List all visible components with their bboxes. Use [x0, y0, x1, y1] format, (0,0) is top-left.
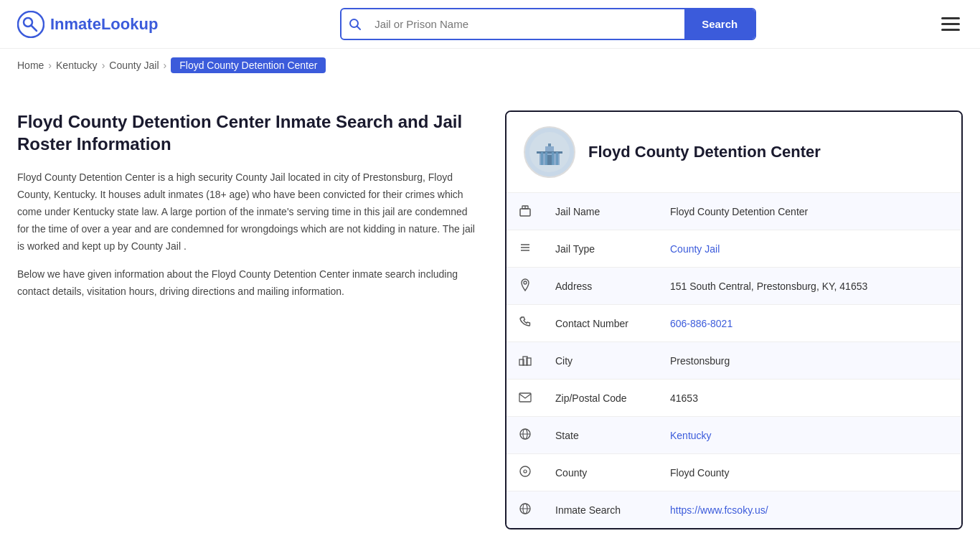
- logo-text: InmateLookup: [50, 15, 158, 34]
- left-column: Floyd County Detention Center Inmate Sea…: [17, 110, 476, 529]
- globe-icon: [507, 417, 544, 454]
- svg-line-4: [357, 26, 361, 29]
- svg-point-29: [520, 466, 530, 476]
- value-inmate-search[interactable]: https://www.fcsoky.us/: [659, 491, 961, 529]
- county-icon: [507, 454, 544, 491]
- label-jail-name: Jail Name: [544, 193, 659, 230]
- label-county: County: [544, 454, 659, 491]
- table-row: City Prestonsburg: [507, 342, 961, 380]
- breadcrumb-sep-3: ›: [164, 60, 167, 71]
- page-desc-1: Floyd County Detention Center is a high …: [17, 169, 476, 255]
- label-inmate-search: Inmate Search: [544, 491, 659, 529]
- logo-icon: [17, 11, 44, 38]
- value-zip: 41653: [659, 380, 961, 417]
- breadcrumb-home[interactable]: Home: [17, 60, 44, 71]
- breadcrumb: Home › Kentucky › County Jail › Floyd Co…: [0, 49, 980, 82]
- page-desc-2: Below we have given information about th…: [17, 266, 476, 301]
- breadcrumb-county-jail[interactable]: County Jail: [109, 60, 159, 71]
- svg-rect-7: [545, 146, 554, 152]
- table-row: Address 151 South Central, Prestonsburg,…: [507, 268, 961, 305]
- label-jail-type: Jail Type: [544, 230, 659, 268]
- value-county: Floyd County: [659, 454, 961, 491]
- jail-type-link[interactable]: County Jail: [670, 243, 720, 255]
- inmate-search-icon: [507, 491, 544, 529]
- label-address: Address: [544, 268, 659, 305]
- city-icon: [507, 342, 544, 380]
- list-icon: [507, 230, 544, 268]
- table-row: Zip/Postal Code 41653: [507, 380, 961, 417]
- contact-link[interactable]: 606-886-8021: [670, 318, 732, 329]
- table-row: Contact Number 606-886-8021: [507, 305, 961, 342]
- label-state: State: [544, 417, 659, 454]
- logo[interactable]: InmateLookup: [17, 11, 158, 38]
- value-contact[interactable]: 606-886-8021: [659, 305, 961, 342]
- svg-rect-10: [547, 155, 552, 165]
- value-jail-type[interactable]: County Jail: [659, 230, 961, 268]
- value-state[interactable]: Kentucky: [659, 417, 961, 454]
- svg-rect-11: [541, 152, 543, 165]
- svg-point-21: [524, 281, 527, 284]
- search-input[interactable]: [369, 11, 684, 37]
- breadcrumb-current: Floyd County Detention Center: [171, 57, 326, 73]
- page-title: Floyd County Detention Center Inmate Sea…: [17, 110, 476, 155]
- value-city: Prestonsburg: [659, 342, 961, 380]
- value-address: 151 South Central, Prestonsburg, KY, 416…: [659, 268, 961, 305]
- breadcrumb-kentucky[interactable]: Kentucky: [56, 60, 98, 71]
- table-row: Jail Name Floyd County Detention Center: [507, 193, 961, 230]
- facility-image: [524, 126, 575, 178]
- state-link[interactable]: Kentucky: [670, 430, 712, 441]
- label-city: City: [544, 342, 659, 380]
- label-contact: Contact Number: [544, 305, 659, 342]
- mail-icon: [507, 380, 544, 417]
- facility-card: Floyd County Detention Center Jail Name …: [505, 110, 963, 529]
- svg-rect-12: [545, 152, 547, 165]
- main-content: Floyd County Detention Center Inmate Sea…: [0, 82, 980, 551]
- svg-rect-9: [537, 151, 562, 154]
- svg-point-30: [524, 470, 527, 473]
- svg-rect-25: [519, 393, 531, 402]
- jail-icon: [507, 193, 544, 230]
- table-row: Jail Type County Jail: [507, 230, 961, 268]
- inmate-search-link[interactable]: https://www.fcsoky.us/: [670, 504, 768, 516]
- right-column: Floyd County Detention Center Jail Name …: [505, 110, 963, 529]
- phone-icon: [507, 305, 544, 342]
- facility-info-table: Jail Name Floyd County Detention Center …: [507, 193, 961, 528]
- search-button[interactable]: Search: [684, 9, 755, 39]
- breadcrumb-sep-1: ›: [48, 60, 52, 71]
- svg-rect-14: [556, 152, 558, 165]
- value-jail-name: Floyd County Detention Center: [659, 193, 961, 230]
- table-row: Inmate Search https://www.fcsoky.us/: [507, 491, 961, 529]
- breadcrumb-sep-2: ›: [102, 60, 105, 71]
- label-zip: Zip/Postal Code: [544, 380, 659, 417]
- search-icon: [341, 18, 369, 31]
- facility-name: Floyd County Detention Center: [588, 143, 821, 161]
- svg-line-2: [32, 25, 37, 31]
- svg-rect-8: [548, 143, 551, 146]
- header: InmateLookup Search: [0, 0, 980, 49]
- svg-rect-13: [552, 152, 554, 165]
- table-row: County Floyd County: [507, 454, 961, 491]
- pin-icon: [507, 268, 544, 305]
- table-row: State Kentucky: [507, 417, 961, 454]
- svg-rect-15: [520, 209, 530, 216]
- menu-button[interactable]: [938, 14, 963, 34]
- search-area: Search: [340, 8, 756, 40]
- facility-header: Floyd County Detention Center: [507, 112, 961, 193]
